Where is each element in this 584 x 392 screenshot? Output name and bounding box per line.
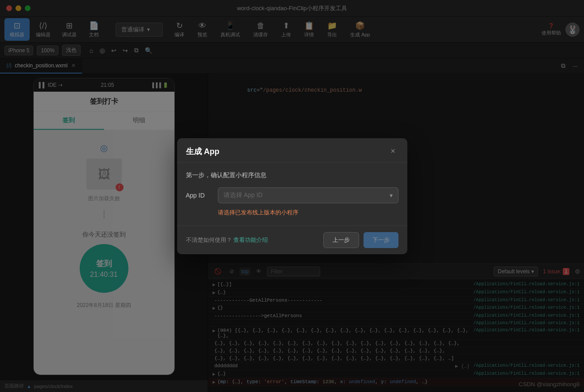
app-id-placeholder: 请选择 App ID bbox=[224, 191, 263, 199]
modal-title: 生成 App bbox=[186, 146, 220, 157]
app-id-select[interactable]: 请选择 App ID ▾ bbox=[218, 187, 398, 203]
app-id-hint: 请选择已发布线上版本的小程序 bbox=[218, 209, 398, 217]
prev-step-btn[interactable]: 上一步 bbox=[323, 232, 359, 248]
modal-header: 生成 App × bbox=[177, 138, 407, 163]
modal-overlay[interactable]: 生成 App × 第一步，确认配置小程序信息 App ID 请选择 App ID… bbox=[0, 0, 584, 392]
app-id-row: App ID 请选择 App ID ▾ bbox=[186, 187, 398, 203]
modal-buttons: 上一步 下一步 bbox=[323, 232, 398, 248]
modal-dialog: 生成 App × 第一步，确认配置小程序信息 App ID 请选择 App ID… bbox=[177, 138, 407, 254]
app-id-dropdown-icon: ▾ bbox=[390, 192, 393, 199]
modal-help-label: 不清楚如何使用？ bbox=[186, 237, 232, 243]
modal-body: 第一步，确认配置小程序信息 App ID 请选择 App ID ▾ 请选择已发布… bbox=[177, 163, 407, 225]
app-id-label: App ID bbox=[186, 192, 213, 199]
modal-help-text: 不清楚如何使用？ 查看功能介绍 bbox=[186, 236, 268, 244]
modal-step-text: 第一步，确认配置小程序信息 bbox=[186, 171, 398, 179]
next-step-btn[interactable]: 下一步 bbox=[364, 232, 398, 248]
modal-help-link[interactable]: 查看功能介绍 bbox=[233, 237, 268, 243]
modal-footer: 不清楚如何使用？ 查看功能介绍 上一步 下一步 bbox=[177, 225, 407, 254]
modal-close-btn[interactable]: × bbox=[388, 146, 398, 157]
